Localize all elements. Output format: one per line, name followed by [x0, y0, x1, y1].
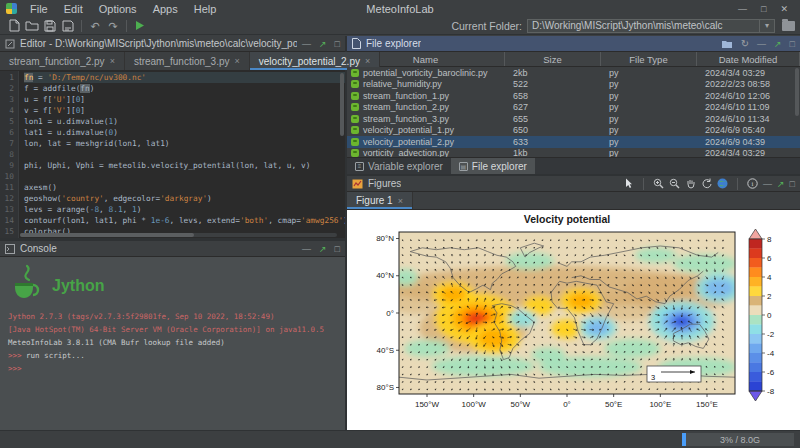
- svg-text:4: 4: [767, 273, 772, 282]
- memory-indicator[interactable]: 3% / 8.0G: [682, 433, 794, 446]
- code-line[interactable]: levs = arange(-8, 8.1, 1): [24, 204, 345, 215]
- column-header-file-type[interactable]: File Type: [601, 52, 697, 66]
- svg-text:i: i: [752, 180, 754, 188]
- code-line[interactable]: lon1 = u.dimvalue(1): [24, 116, 345, 127]
- file-table-rows: potential_vorticity_baroclinic.py2kbpy20…: [347, 67, 800, 157]
- rotate-icon[interactable]: [701, 178, 712, 189]
- column-header-size[interactable]: Size: [505, 52, 601, 66]
- file-explorer-minimize-icon[interactable]: —: [757, 39, 766, 49]
- table-row[interactable]: velocity_potential_1.py650py2024/6/9 05:…: [347, 125, 800, 137]
- svg-text:-4: -4: [767, 349, 775, 358]
- browse-folder-icon[interactable]: [782, 21, 795, 31]
- current-folder-combobox[interactable]: D:\Working\MIScript\Jython\mis\meteo\cal…: [527, 19, 775, 33]
- code-line[interactable]: phi, Uphi, Vphi = meteolib.velocity_pote…: [24, 160, 345, 171]
- file-table-scrollbar[interactable]: [795, 68, 799, 156]
- editor-horizontal-scrollbar[interactable]: [20, 233, 337, 237]
- code-line[interactable]: u = f['U'][0]: [24, 94, 345, 105]
- svg-text:50°W: 50°W: [511, 400, 531, 409]
- menu-bar: FileEditOptionsAppsHelp: [22, 3, 224, 15]
- editor-minimize-icon[interactable]: —: [302, 39, 311, 49]
- console-minimize-icon[interactable]: —: [302, 244, 311, 254]
- undo-icon[interactable]: ↶: [87, 18, 103, 33]
- identify-icon[interactable]: i: [747, 178, 758, 189]
- editor-tab-stream_function_2.py[interactable]: stream_function_2.py×: [0, 52, 125, 70]
- zoom-out-icon[interactable]: [669, 178, 680, 189]
- save-icon[interactable]: [42, 18, 58, 33]
- figures-minimize-icon[interactable]: —: [763, 179, 772, 189]
- table-row[interactable]: velocity_potential_2.py633py2024/6/9 04:…: [347, 136, 800, 148]
- editor-vertical-scrollbar[interactable]: [340, 73, 344, 230]
- app-icon: [6, 3, 17, 14]
- bottom-tab-variable-explorer[interactable]: ≡Variable explorer: [347, 158, 451, 174]
- current-folder-value[interactable]: D:\Working\MIScript\Jython\mis\meteo\cal…: [528, 20, 759, 31]
- column-header-date-modified[interactable]: Date Modified: [697, 52, 800, 66]
- code-line[interactable]: f = addfile(fn): [24, 83, 345, 94]
- console-line: >>>: [8, 362, 337, 375]
- redo-icon[interactable]: ↷: [105, 18, 121, 33]
- figure-tab-close-icon[interactable]: ×: [398, 196, 403, 206]
- console-output[interactable]: Jython Jython 2.7.3 (tags/v2.7.3:5f29801…: [0, 257, 345, 430]
- velocity-potential-map[interactable]: 3Velocity potential150°W100°W50°W0°50°E1…: [347, 210, 800, 430]
- code-line[interactable]: geoshow('country', edgecolor='darkgray'): [24, 193, 345, 204]
- new-file-icon[interactable]: [6, 18, 22, 33]
- table-row[interactable]: potential_vorticity_baroclinic.py2kbpy20…: [347, 67, 800, 79]
- menu-help[interactable]: Help: [186, 3, 225, 15]
- svg-text:80°S: 80°S: [377, 383, 394, 392]
- svg-text:0°: 0°: [563, 400, 571, 409]
- tab-close-icon[interactable]: ×: [365, 56, 370, 66]
- menu-file[interactable]: File: [22, 3, 56, 15]
- console-maximize-icon[interactable]: □: [335, 244, 340, 254]
- bottom-tab-file-explorer[interactable]: ▤File explorer: [451, 158, 535, 174]
- select-icon[interactable]: [624, 178, 634, 189]
- menu-options[interactable]: Options: [91, 3, 145, 15]
- save-as-icon[interactable]: [60, 18, 76, 33]
- window-minimize-icon[interactable]: —: [738, 4, 747, 14]
- figure-tab[interactable]: Figure 1 ×: [347, 192, 413, 209]
- figure-canvas[interactable]: 3Velocity potential150°W100°W50°W0°50°E1…: [347, 210, 800, 430]
- console-line: >>> run script...: [8, 349, 337, 362]
- console-float-icon[interactable]: ↗: [319, 244, 327, 254]
- tab-close-icon[interactable]: ×: [235, 56, 240, 66]
- pan-icon[interactable]: [685, 178, 696, 189]
- svg-text:0: 0: [767, 311, 772, 320]
- code-line[interactable]: [24, 149, 345, 160]
- editor-panel-icon: [5, 39, 15, 49]
- code-line[interactable]: lon, lat = meshgrid(lon1, lat1): [24, 138, 345, 149]
- menu-apps[interactable]: Apps: [145, 3, 186, 15]
- figures-maximize-icon[interactable]: □: [790, 179, 795, 189]
- table-row[interactable]: stream_function_2.py627py2024/6/10 11:09: [347, 102, 800, 114]
- editor-code-lines[interactable]: fn = 'D:/Temp/nc/uv300.nc'f = addfile(fn…: [19, 71, 345, 238]
- code-editor[interactable]: 123456789101112131415 fn = 'D:/Temp/nc/u…: [0, 71, 345, 238]
- table-row[interactable]: vorticity_advection.py1kbpy2024/3/4 03:2…: [347, 148, 800, 158]
- table-row[interactable]: stream_function_1.py658py2024/6/10 12:06: [347, 90, 800, 102]
- window-maximize-icon[interactable]: □: [761, 4, 766, 14]
- run-script-icon[interactable]: [132, 18, 148, 33]
- file-explorer-float-icon[interactable]: ↗: [774, 39, 782, 49]
- code-line[interactable]: v = f['V'][0]: [24, 105, 345, 116]
- tab-close-icon[interactable]: ×: [110, 56, 115, 66]
- code-line[interactable]: fn = 'D:/Temp/nc/uv300.nc': [24, 72, 345, 83]
- editor-tab-stream_function_3.py[interactable]: stream_function_3.py×: [125, 52, 250, 70]
- figures-float-icon[interactable]: ↗: [777, 179, 785, 189]
- code-line[interactable]: axesm(): [24, 182, 345, 193]
- open-folder-icon[interactable]: [24, 18, 40, 33]
- table-row[interactable]: stream_function_3.py655py2024/6/10 11:34: [347, 113, 800, 125]
- file-explorer-maximize-icon[interactable]: □: [790, 39, 795, 49]
- collapse-folder-icon[interactable]: [721, 39, 733, 49]
- window-close-icon[interactable]: ✕: [780, 4, 788, 14]
- file-size-cell: 655: [505, 114, 601, 124]
- globe-icon[interactable]: [717, 178, 728, 189]
- figures-panel-title: Figures: [368, 178, 401, 189]
- file-explorer-panel-title: File explorer: [366, 38, 421, 49]
- editor-maximize-icon[interactable]: □: [335, 39, 340, 49]
- table-row[interactable]: relative_humidity.py522py2022/2/23 08:58: [347, 79, 800, 91]
- code-line[interactable]: lat1 = u.dimvalue(0): [24, 127, 345, 138]
- refresh-icon[interactable]: ↻: [741, 38, 749, 49]
- code-line[interactable]: [24, 171, 345, 182]
- zoom-in-icon[interactable]: [653, 178, 664, 189]
- menu-edit[interactable]: Edit: [56, 3, 91, 15]
- editor-float-icon[interactable]: ↗: [319, 39, 327, 49]
- console-panel-title: Console: [20, 243, 57, 254]
- code-line[interactable]: contourf(lon1, lat1, phi * 1e-6, levs, e…: [24, 215, 345, 226]
- current-folder-dropdown-icon[interactable]: ▾: [759, 20, 774, 32]
